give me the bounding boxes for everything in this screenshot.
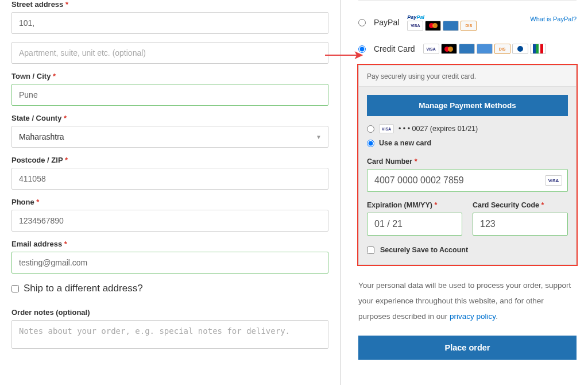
expiration-input[interactable] — [367, 213, 462, 236]
use-new-card-option[interactable]: Use a new card — [367, 139, 568, 147]
state-select[interactable]: ▼ — [11, 126, 328, 148]
credit-card-option[interactable]: Credit Card VISA DIS — [358, 38, 577, 59]
phone-input[interactable] — [11, 210, 328, 232]
email-label: Email address * — [11, 240, 328, 248]
privacy-policy-link[interactable]: privacy policy — [450, 312, 496, 321]
ship-different-checkbox[interactable] — [11, 285, 19, 292]
paypal-logo-block: PayPal VISA DIS — [407, 14, 477, 31]
paypal-label: PayPal — [374, 18, 399, 27]
postcode-input[interactable] — [11, 168, 328, 190]
paypal-radio[interactable] — [358, 19, 366, 26]
street-address-label: Street address * — [11, 0, 328, 9]
phone-label: Phone * — [11, 198, 328, 206]
mastercard-icon — [425, 21, 441, 31]
expiration-label: Expiration (MM/YY) * — [367, 201, 462, 209]
card-number-label: Card Number * — [367, 157, 568, 165]
saved-card-text: • • • 0027 (expires 01/21) — [399, 125, 478, 133]
mastercard-icon — [441, 44, 457, 54]
amex-icon — [443, 21, 459, 31]
cvc-label: Card Security Code * — [473, 201, 568, 209]
town-city-label: Town / City * — [11, 72, 328, 80]
use-new-card-radio[interactable] — [367, 140, 374, 147]
order-notes-textarea[interactable] — [11, 320, 328, 349]
chevron-down-icon: ▼ — [316, 134, 322, 140]
use-new-card-label: Use a new card — [379, 139, 431, 147]
email-input[interactable] — [11, 252, 328, 274]
discover-icon: DIS — [461, 21, 477, 31]
what-is-paypal-link[interactable]: What is PayPal? — [530, 16, 577, 22]
diners-icon — [512, 44, 528, 54]
saved-card-option[interactable]: VISA • • • 0027 (expires 01/21) — [367, 124, 568, 133]
postcode-label: Postcode / ZIP * — [11, 156, 328, 164]
credit-card-logos: VISA DIS — [423, 44, 546, 54]
credit-card-panel: Pay securely using your credit card. Man… — [358, 65, 577, 265]
jcb-icon — [530, 44, 546, 54]
annotation-arrow-icon: ➤ — [325, 46, 363, 62]
manage-payment-methods-button[interactable]: Manage Payment Methods — [367, 95, 568, 116]
saved-card-radio[interactable] — [367, 125, 374, 133]
ship-different-label: Ship to a different address? — [24, 283, 143, 294]
visa-icon: VISA — [407, 21, 423, 31]
amex-icon — [459, 44, 475, 54]
cc-description: Pay securely using your credit card. — [359, 72, 576, 86]
card-number-input[interactable] — [367, 169, 568, 192]
visa-icon: VISA — [379, 124, 394, 133]
state-select-display[interactable] — [11, 126, 328, 148]
save-card-checkbox[interactable] — [367, 247, 374, 254]
place-order-button[interactable]: Place order — [358, 336, 577, 360]
visa-icon: VISA — [423, 44, 439, 54]
cvc-input[interactable] — [473, 213, 568, 236]
save-card-label: Securely Save to Account — [380, 246, 468, 254]
paypal-option[interactable]: PayPal PayPal VISA DIS What is PayPal? — [358, 12, 577, 33]
billing-form: Street address * Town / City * State / C… — [0, 0, 340, 385]
street-address-2-input[interactable] — [11, 42, 328, 64]
divider — [358, 0, 577, 1]
town-city-input[interactable] — [11, 84, 328, 106]
street-address-1-input[interactable] — [11, 12, 328, 34]
state-county-label: State / County * — [11, 114, 328, 122]
detected-card-brand-icon: VISA — [545, 175, 562, 186]
discover-icon: DIS — [494, 44, 510, 54]
credit-card-label: Credit Card — [374, 44, 415, 53]
privacy-text: Your personal data will be used to proce… — [358, 278, 577, 324]
order-notes-label: Order notes (optional) — [11, 308, 328, 317]
amex-alt-icon — [477, 44, 493, 54]
paypal-wordmark-icon: PayPal — [407, 14, 424, 20]
payment-section: PayPal PayPal VISA DIS What is PayPal? C… — [340, 0, 588, 385]
